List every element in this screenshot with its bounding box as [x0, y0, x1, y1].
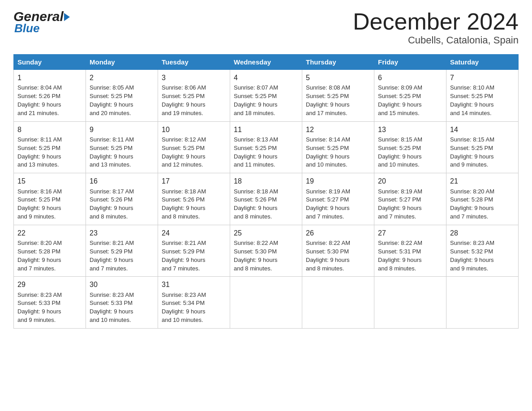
- day-info: Sunrise: 8:16 AMSunset: 5:25 PMDaylight:…: [17, 188, 82, 221]
- day-info: Sunrise: 8:07 AMSunset: 5:25 PMDaylight:…: [234, 84, 298, 117]
- calendar-day-cell: [446, 277, 519, 329]
- day-number: 14: [450, 124, 515, 135]
- logo: General Blue: [13, 9, 70, 35]
- calendar-week-row: 29Sunrise: 8:23 AMSunset: 5:33 PMDayligh…: [14, 277, 519, 329]
- title-area: December 2024 Cubells, Catalonia, Spain: [353, 9, 519, 46]
- calendar-day-cell: 13Sunrise: 8:15 AMSunset: 5:25 PMDayligh…: [374, 121, 446, 173]
- calendar-day-cell: 20Sunrise: 8:19 AMSunset: 5:27 PMDayligh…: [374, 173, 446, 225]
- calendar-day-cell: 28Sunrise: 8:23 AMSunset: 5:32 PMDayligh…: [446, 225, 519, 277]
- day-number: 28: [450, 228, 515, 238]
- day-number: 23: [90, 228, 154, 238]
- logo-blue-text: Blue: [13, 21, 70, 35]
- day-number: 16: [90, 176, 154, 186]
- calendar-day-cell: 22Sunrise: 8:20 AMSunset: 5:28 PMDayligh…: [14, 225, 86, 277]
- calendar-day-cell: 25Sunrise: 8:22 AMSunset: 5:30 PMDayligh…: [230, 225, 302, 277]
- day-number: 1: [17, 73, 82, 83]
- day-info: Sunrise: 8:15 AMSunset: 5:25 PMDaylight:…: [378, 136, 442, 169]
- day-info: Sunrise: 8:19 AMSunset: 5:27 PMDaylight:…: [378, 188, 442, 221]
- calendar-day-cell: 5Sunrise: 8:08 AMSunset: 5:25 PMDaylight…: [302, 70, 374, 122]
- day-info: Sunrise: 8:17 AMSunset: 5:26 PMDaylight:…: [90, 188, 154, 221]
- calendar-day-cell: 24Sunrise: 8:21 AMSunset: 5:29 PMDayligh…: [158, 225, 230, 277]
- day-info: Sunrise: 8:12 AMSunset: 5:25 PMDaylight:…: [162, 136, 226, 169]
- day-number: 13: [378, 124, 442, 135]
- day-number: 19: [306, 176, 370, 186]
- day-info: Sunrise: 8:09 AMSunset: 5:25 PMDaylight:…: [378, 84, 442, 117]
- day-number: 30: [90, 279, 154, 290]
- day-number: 24: [162, 228, 226, 238]
- day-info: Sunrise: 8:15 AMSunset: 5:25 PMDaylight:…: [450, 136, 515, 169]
- weekday-header-thursday: Thursday: [302, 55, 374, 70]
- day-number: 21: [450, 176, 515, 186]
- day-number: 4: [234, 73, 298, 83]
- day-info: Sunrise: 8:20 AMSunset: 5:28 PMDaylight:…: [17, 239, 82, 273]
- day-number: 5: [306, 73, 370, 83]
- day-number: 11: [234, 124, 298, 135]
- day-info: Sunrise: 8:18 AMSunset: 5:26 PMDaylight:…: [162, 188, 226, 221]
- location-title: Cubells, Catalonia, Spain: [353, 34, 519, 46]
- day-info: Sunrise: 8:23 AMSunset: 5:32 PMDaylight:…: [450, 239, 515, 273]
- day-number: 7: [450, 73, 515, 83]
- day-info: Sunrise: 8:20 AMSunset: 5:28 PMDaylight:…: [450, 188, 515, 221]
- calendar-day-cell: 6Sunrise: 8:09 AMSunset: 5:25 PMDaylight…: [374, 70, 446, 122]
- calendar-day-cell: 12Sunrise: 8:14 AMSunset: 5:25 PMDayligh…: [302, 121, 374, 173]
- day-number: 9: [90, 124, 154, 135]
- calendar-day-cell: 1Sunrise: 8:04 AMSunset: 5:26 PMDaylight…: [14, 70, 86, 122]
- day-info: Sunrise: 8:22 AMSunset: 5:30 PMDaylight:…: [306, 239, 370, 273]
- calendar-day-cell: 21Sunrise: 8:20 AMSunset: 5:28 PMDayligh…: [446, 173, 519, 225]
- calendar-day-cell: 8Sunrise: 8:11 AMSunset: 5:25 PMDaylight…: [14, 121, 86, 173]
- weekday-header-wednesday: Wednesday: [230, 55, 302, 70]
- day-info: Sunrise: 8:21 AMSunset: 5:29 PMDaylight:…: [162, 239, 226, 273]
- calendar-day-cell: 2Sunrise: 8:05 AMSunset: 5:25 PMDaylight…: [86, 70, 158, 122]
- page-header: General Blue December 2024 Cubells, Cata…: [13, 9, 519, 46]
- day-number: 31: [162, 279, 226, 290]
- calendar-day-cell: 30Sunrise: 8:23 AMSunset: 5:33 PMDayligh…: [86, 277, 158, 329]
- calendar-day-cell: [302, 277, 374, 329]
- day-info: Sunrise: 8:05 AMSunset: 5:25 PMDaylight:…: [90, 84, 154, 117]
- calendar-day-cell: [374, 277, 446, 329]
- day-number: 3: [162, 73, 226, 83]
- calendar-table: SundayMondayTuesdayWednesdayThursdayFrid…: [13, 54, 519, 329]
- calendar-week-row: 15Sunrise: 8:16 AMSunset: 5:25 PMDayligh…: [14, 173, 519, 225]
- weekday-header-tuesday: Tuesday: [158, 55, 230, 70]
- day-number: 8: [17, 124, 82, 135]
- day-info: Sunrise: 8:11 AMSunset: 5:25 PMDaylight:…: [17, 136, 82, 169]
- calendar-day-cell: 11Sunrise: 8:13 AMSunset: 5:25 PMDayligh…: [230, 121, 302, 173]
- day-info: Sunrise: 8:23 AMSunset: 5:34 PMDaylight:…: [162, 291, 226, 325]
- day-info: Sunrise: 8:11 AMSunset: 5:25 PMDaylight:…: [90, 136, 154, 169]
- day-info: Sunrise: 8:06 AMSunset: 5:25 PMDaylight:…: [162, 84, 226, 117]
- day-info: Sunrise: 8:18 AMSunset: 5:26 PMDaylight:…: [234, 188, 298, 221]
- day-info: Sunrise: 8:14 AMSunset: 5:25 PMDaylight:…: [306, 136, 370, 169]
- calendar-day-cell: 23Sunrise: 8:21 AMSunset: 5:29 PMDayligh…: [86, 225, 158, 277]
- day-info: Sunrise: 8:23 AMSunset: 5:33 PMDaylight:…: [90, 291, 154, 325]
- calendar-day-cell: 26Sunrise: 8:22 AMSunset: 5:30 PMDayligh…: [302, 225, 374, 277]
- calendar-day-cell: 9Sunrise: 8:11 AMSunset: 5:25 PMDaylight…: [86, 121, 158, 173]
- calendar-week-row: 22Sunrise: 8:20 AMSunset: 5:28 PMDayligh…: [14, 225, 519, 277]
- calendar-day-cell: 15Sunrise: 8:16 AMSunset: 5:25 PMDayligh…: [14, 173, 86, 225]
- calendar-day-cell: 3Sunrise: 8:06 AMSunset: 5:25 PMDaylight…: [158, 70, 230, 122]
- weekday-header-monday: Monday: [86, 55, 158, 70]
- day-info: Sunrise: 8:23 AMSunset: 5:33 PMDaylight:…: [17, 291, 82, 325]
- day-number: 26: [306, 228, 370, 238]
- day-number: 20: [378, 176, 442, 186]
- day-info: Sunrise: 8:04 AMSunset: 5:26 PMDaylight:…: [17, 84, 82, 117]
- weekday-header-sunday: Sunday: [14, 55, 86, 70]
- month-title: December 2024: [353, 9, 519, 34]
- calendar-day-cell: 17Sunrise: 8:18 AMSunset: 5:26 PMDayligh…: [158, 173, 230, 225]
- calendar-day-cell: 10Sunrise: 8:12 AMSunset: 5:25 PMDayligh…: [158, 121, 230, 173]
- calendar-week-row: 8Sunrise: 8:11 AMSunset: 5:25 PMDaylight…: [14, 121, 519, 173]
- day-info: Sunrise: 8:21 AMSunset: 5:29 PMDaylight:…: [90, 239, 154, 273]
- day-info: Sunrise: 8:22 AMSunset: 5:31 PMDaylight:…: [378, 239, 442, 273]
- day-info: Sunrise: 8:22 AMSunset: 5:30 PMDaylight:…: [234, 239, 298, 273]
- calendar-day-cell: 27Sunrise: 8:22 AMSunset: 5:31 PMDayligh…: [374, 225, 446, 277]
- calendar-day-cell: [230, 277, 302, 329]
- day-number: 22: [17, 228, 82, 238]
- weekday-header-row: SundayMondayTuesdayWednesdayThursdayFrid…: [14, 55, 519, 70]
- day-number: 17: [162, 176, 226, 186]
- calendar-day-cell: 18Sunrise: 8:18 AMSunset: 5:26 PMDayligh…: [230, 173, 302, 225]
- calendar-day-cell: 31Sunrise: 8:23 AMSunset: 5:34 PMDayligh…: [158, 277, 230, 329]
- day-number: 6: [378, 73, 442, 83]
- calendar-day-cell: 29Sunrise: 8:23 AMSunset: 5:33 PMDayligh…: [14, 277, 86, 329]
- day-number: 25: [234, 228, 298, 238]
- day-number: 10: [162, 124, 226, 135]
- day-info: Sunrise: 8:08 AMSunset: 5:25 PMDaylight:…: [306, 84, 370, 117]
